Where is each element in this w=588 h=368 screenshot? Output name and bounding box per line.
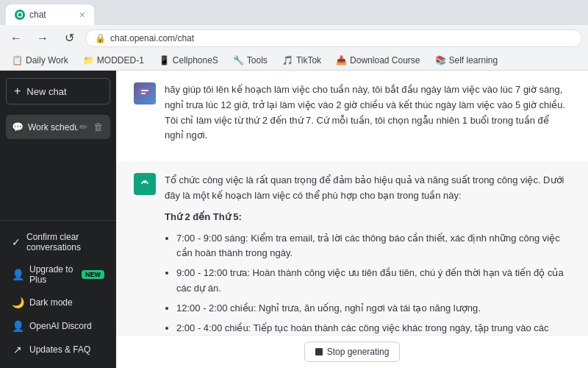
edit-conversation-btn[interactable]: ✏ xyxy=(78,120,89,134)
delete-conversation-btn[interactable]: 🗑 xyxy=(92,120,104,134)
clear-conversations-label: Confirm clear conversations xyxy=(26,232,104,252)
conversation-label: Work schedule plan... xyxy=(28,122,78,132)
new-badge: NEW xyxy=(82,270,104,279)
bookmark-self-learning[interactable]: 📚 Self learning xyxy=(429,54,504,67)
discord-icon: 👤 xyxy=(12,320,24,332)
bookmark-modded[interactable]: 📁 MODDED-1 xyxy=(77,54,150,67)
svg-point-3 xyxy=(139,178,151,190)
discord-label: OpenAI Discord xyxy=(29,321,92,331)
conversation-text: 💬 Work schedule plan... xyxy=(12,121,78,132)
dark-mode-label: Dark mode xyxy=(29,297,73,308)
bullet-1-3: 12:00 - 2:00 chiều: Nghỉ trưa, ăn uống, … xyxy=(176,301,570,316)
bookmark-icon-cellphones: 📱 xyxy=(159,55,170,66)
stop-square-icon xyxy=(315,348,323,355)
bookmark-label-self-learning: Self learning xyxy=(449,55,498,66)
bookmark-icon-tiktok: 🎵 xyxy=(282,55,293,66)
sidebar-item-upgrade-plus[interactable]: 👤 Upgrade to Plus NEW xyxy=(6,259,110,290)
sidebar: + New chat 💬 Work schedule plan... ✏ 🗑 ✓… xyxy=(0,71,116,368)
bookmark-label-tiktok: TikTok xyxy=(296,55,321,66)
bullet-1-4: 2:00 - 4:00 chiều: Tiếp tục hoàn thành c… xyxy=(176,321,570,335)
assistant-avatar xyxy=(134,173,156,195)
bookmark-label-daily-work: Daily Work xyxy=(26,55,68,66)
upgrade-plus-label: Upgrade to Plus xyxy=(29,264,76,285)
sidebar-item-dark-mode[interactable]: 🌙 Dark mode xyxy=(6,291,110,314)
bookmark-label-modded: MODDED-1 xyxy=(97,55,144,66)
dark-mode-icon: 🌙 xyxy=(12,297,24,308)
bullets-list-1: 7:00 - 9:00 sáng: Kiểm tra email, trả lờ… xyxy=(165,231,570,335)
assistant-message: Tổ chức công việc là rất quan trọng để đ… xyxy=(116,161,588,335)
active-tab[interactable]: chat × xyxy=(6,4,94,25)
bookmark-tiktok[interactable]: 🎵 TikTok xyxy=(276,54,327,67)
forward-btn[interactable]: → xyxy=(32,28,53,49)
stop-generating-btn[interactable]: Stop generating xyxy=(304,342,401,362)
svg-rect-0 xyxy=(139,88,151,96)
user-avatar xyxy=(134,82,156,105)
tab-bar: chat × xyxy=(0,0,588,25)
user-message-content: hãy giúp tôi lên kế hoạch làm việc cho t… xyxy=(165,82,570,149)
tab-favicon xyxy=(15,10,25,20)
lock-icon: 🔒 xyxy=(95,33,106,43)
assistant-message-content: Tổ chức công việc là rất quan trọng để đ… xyxy=(165,173,570,335)
address-bar[interactable]: 🔒 chat.openai.com/chat xyxy=(85,29,582,47)
assistant-intro-text: Tổ chức công việc là rất quan trọng để đ… xyxy=(165,173,570,204)
user-icon: 👤 xyxy=(12,269,24,280)
conversation-actions: ✏ 🗑 xyxy=(78,120,104,134)
tab-close-btn[interactable]: × xyxy=(79,9,85,21)
sidebar-item-discord[interactable]: 👤 OpenAI Discord xyxy=(6,315,110,337)
stop-label: Stop generating xyxy=(327,347,390,357)
tab-title: chat xyxy=(29,10,75,20)
bookmark-label-tools: Tools xyxy=(247,55,268,66)
app-container: + New chat 💬 Work schedule plan... ✏ 🗑 ✓… xyxy=(0,71,588,368)
reload-btn[interactable]: ↺ xyxy=(59,28,79,49)
browser-chrome: chat × ← → ↺ 🔒 chat.openai.com/chat 📋 Da… xyxy=(0,0,588,71)
bookmarks-bar: 📋 Daily Work 📁 MODDED-1 📱 CellphoneS 🔧 T… xyxy=(0,52,588,70)
bullet-1-1: 7:00 - 9:00 sáng: Kiểm tra email, trả lờ… xyxy=(176,231,570,262)
bookmark-icon-self-learning: 📚 xyxy=(435,55,446,66)
bookmark-icon-modded: 📁 xyxy=(83,55,94,66)
new-chat-label: New chat xyxy=(26,86,66,97)
svg-rect-1 xyxy=(141,90,148,91)
chat-bubble-icon: 💬 xyxy=(12,121,24,132)
url-text: chat.openai.com/chat xyxy=(110,33,573,43)
sidebar-footer: ✓ Confirm clear conversations 👤 Upgrade … xyxy=(0,220,116,368)
user-message: hãy giúp tôi lên kế hoạch làm việc cho t… xyxy=(116,71,588,161)
svg-point-4 xyxy=(143,180,146,183)
bookmark-icon-tools: 🔧 xyxy=(233,55,244,66)
bookmark-cellphones[interactable]: 📱 CellphoneS xyxy=(153,54,224,67)
nav-bar: ← → ↺ 🔒 chat.openai.com/chat xyxy=(0,25,588,52)
sidebar-item-faq[interactable]: ↗ Updates & FAQ xyxy=(6,339,110,361)
bullet-1-2: 9:00 - 12:00 trưa: Hoàn thành công việc … xyxy=(176,266,570,297)
back-btn[interactable]: ← xyxy=(6,28,26,49)
external-link-icon: ↗ xyxy=(12,344,24,355)
bookmark-label-download: Download Course xyxy=(350,55,420,66)
bookmark-tools[interactable]: 🔧 Tools xyxy=(227,54,273,67)
bookmark-label-cellphones: CellphoneS xyxy=(173,55,218,66)
main-content: hãy giúp tôi lên kế hoạch làm việc cho t… xyxy=(116,71,588,368)
sidebar-item-clear-conversations[interactable]: ✓ Confirm clear conversations xyxy=(6,227,110,258)
plus-icon: + xyxy=(14,85,21,98)
checkmark-icon: ✓ xyxy=(12,236,21,248)
svg-rect-2 xyxy=(141,93,146,94)
user-message-text: hãy giúp tôi lên kế hoạch làm việc cho t… xyxy=(165,82,570,144)
stop-bar: Stop generating xyxy=(116,335,588,368)
bookmark-icon-daily-work: 📋 xyxy=(12,55,23,66)
conversation-item-work-schedule[interactable]: 💬 Work schedule plan... ✏ 🗑 xyxy=(6,115,110,139)
section1-title: Thứ 2 đến Thứ 5: xyxy=(165,211,242,222)
new-chat-btn[interactable]: + New chat xyxy=(6,78,110,105)
sidebar-header: + New chat xyxy=(0,71,116,112)
bookmark-download-course[interactable]: 📥 Download Course xyxy=(330,54,426,67)
sidebar-conversations: 💬 Work schedule plan... ✏ 🗑 xyxy=(0,112,116,220)
chat-messages: hãy giúp tôi lên kế hoạch làm việc cho t… xyxy=(116,71,588,335)
bookmark-daily-work[interactable]: 📋 Daily Work xyxy=(6,54,74,67)
faq-label: Updates & FAQ xyxy=(29,344,90,355)
bookmark-icon-download: 📥 xyxy=(336,55,347,66)
